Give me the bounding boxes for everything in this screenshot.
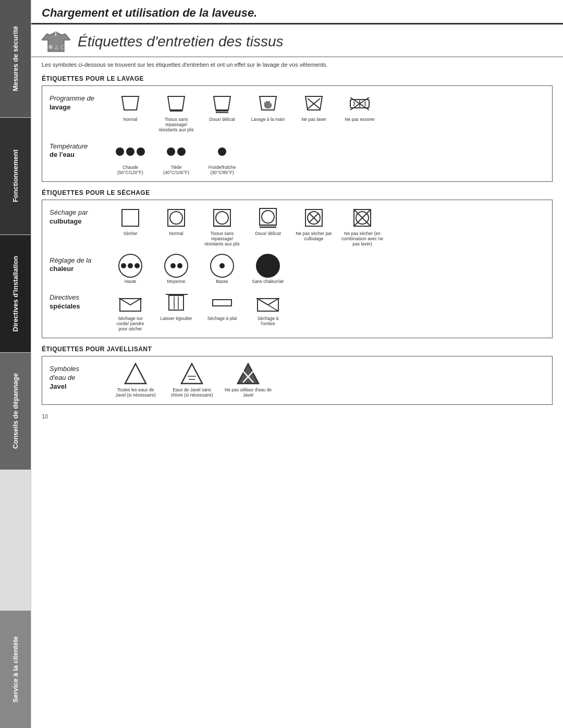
symbol-doux: Doux/ délicat: [204, 92, 240, 122]
no-tumble-label: Ne pas sécher par culbutage: [296, 231, 332, 241]
symbol-haute: Haute: [112, 254, 149, 284]
sidebar-section-mesures: Mesures de sécurité: [0, 0, 31, 118]
sechage-label: Séchage par culbutage: [50, 206, 112, 226]
sechage-row: Séchage par culbutage Sécher: [50, 206, 545, 247]
symbol-no-wash: Ne pas laver: [296, 92, 332, 122]
no-wring-label: Ne pas essorer: [345, 117, 375, 122]
egoutter-label: Laisser égoutter: [161, 316, 192, 321]
no-wash-label: Ne pas laver: [301, 117, 326, 122]
chaude-label: Chaude (50°C/120°F): [117, 165, 143, 175]
no-javel-label: Ne pas utilisez d'eau de Javel: [225, 387, 272, 398]
sechage-box: Séchage par culbutage Sécher: [42, 200, 553, 338]
fabric-care-icon: ⊠ △ ◯: [42, 30, 70, 53]
normal-icon: [120, 92, 141, 115]
svg-marker-41: [181, 364, 202, 384]
symbol-main: Lavage à la main: [250, 92, 286, 122]
main-icon: [258, 92, 278, 115]
secher-icon: [121, 206, 140, 229]
symbol-secher: Sécher: [112, 206, 149, 236]
sidebar: Mesures de sécurité Fonctionnement Direc…: [0, 0, 31, 728]
sans-chaleur-icon: [256, 254, 280, 277]
svg-text:◯: ◯: [61, 44, 66, 50]
dry-tissus-icon: [213, 206, 231, 229]
symbol-no-tumble: Ne pas sécher par culbutage: [296, 206, 332, 241]
tiede-label: Tiède (40°C/105°F): [163, 165, 189, 175]
sidebar-label-mesures: Mesures de sécurité: [9, 22, 21, 95]
temperature-row: Température de l'eau Chaude (50°C/120°F): [50, 140, 545, 175]
dry-normal-icon: [167, 206, 186, 229]
chaleur-row: Réglage de la chaleur: [50, 254, 545, 284]
moyenne-icon: [164, 254, 188, 277]
etiquettes-title: Étiquettes d'entretien des tissus: [78, 33, 283, 50]
page-number: 10: [31, 410, 563, 423]
sidebar-label-fonctionnement: Fonctionnement: [9, 145, 21, 206]
javel-label: Symboles d'eau de Javel: [50, 363, 112, 391]
sechage-header: ÉTIQUETTES POUR LE SÉCHAGE: [31, 187, 563, 199]
symbol-tissus: Tissus sans repassage/ résistants aux pl…: [158, 92, 194, 133]
page-header: Chargement et utilisation de la laveuse.: [31, 0, 563, 24]
directives-label: Directives spéciales: [50, 291, 112, 311]
toutes-eaux-label: Toutes les eaux de Javel (si nécessaire): [112, 387, 159, 398]
no-dry-combo-label: Ne pas sécher (en combinaison avec ne pa…: [341, 231, 383, 247]
javel-symbols: Toutes les eaux de Javel (si nécessaire)…: [112, 363, 272, 398]
svg-point-16: [170, 212, 182, 224]
plat-label: Séchage à plat: [207, 316, 237, 321]
haute-label: Haute: [125, 279, 137, 284]
symbol-egoutter: Laisser égoutter: [158, 291, 194, 321]
sidebar-section-directives: Directives d'installation: [0, 235, 31, 353]
basse-icon: [210, 254, 234, 277]
directives-row: Directives spéciales Séchage sur corde/ …: [50, 291, 545, 332]
symbol-no-javel: Ne pas utilisez d'eau de Javel: [225, 363, 272, 398]
symbol-basse: Basse: [204, 254, 240, 284]
chaleur-label: Réglage de la chaleur: [50, 254, 112, 274]
froide-icon: [218, 140, 226, 163]
sidebar-label-service: Service à la clientèle: [9, 632, 21, 707]
tiede-icon: [167, 140, 186, 163]
tissus-icon: [166, 92, 187, 115]
svg-text:△: △: [55, 44, 58, 50]
no-wring-icon: [348, 92, 371, 115]
lavage-box: Programme de lavage Normal: [42, 85, 553, 182]
symbol-dry-doux: Doux/ délicat: [250, 206, 286, 236]
normal-label: Normal: [123, 117, 137, 122]
doux-label: Doux/ délicat: [209, 117, 235, 122]
symbol-plat: Séchage à plat: [204, 291, 240, 321]
sidebar-section-conseils: Conseils de dépannage: [0, 353, 31, 471]
plat-icon: [211, 291, 234, 314]
chaleur-symbols: Haute Moyenne: [112, 254, 286, 284]
directives-symbols: Séchage sur corde/ pendre pour sécher La…: [112, 291, 286, 332]
section-title-area: ⊠ △ ◯ Étiquettes d'entretien des tissus: [31, 24, 563, 57]
no-javel-icon: [237, 363, 260, 386]
sidebar-section-empty: [0, 470, 31, 611]
symbol-froide: Froide/fraîche (30°C/85°F): [204, 140, 240, 175]
symbol-sans-chaleur: Sans chaleur/air: [250, 254, 286, 284]
symbol-sans-chlore: Eaux de Javel sans chlore (si nécessaire…: [168, 363, 215, 398]
dry-normal-label: Normal: [169, 231, 183, 236]
symbol-toutes-eaux: Toutes les eaux de Javel (si nécessaire): [112, 363, 159, 398]
javellisant-header: ÉTIQUETTES POUR JAVELLISANT: [31, 343, 563, 355]
symbol-corde: Séchage sur corde/ pendre pour sécher: [112, 291, 149, 332]
symbol-normal: Normal: [112, 92, 149, 122]
symbol-ombre: Séchage à l'ombre: [250, 291, 286, 326]
no-dry-combo-icon: [353, 206, 372, 229]
chaude-icon: [116, 140, 145, 163]
javellisant-box: Symboles d'eau de Javel Toutes les eaux …: [42, 356, 553, 404]
froide-label: Froide/fraîche (30°C/85°F): [209, 165, 236, 175]
lavage-header: ÉTIQUETTES POUR LE LAVAGE: [31, 73, 563, 84]
svg-rect-34: [169, 295, 183, 310]
sans-chaleur-label: Sans chaleur/air: [252, 279, 284, 284]
symbol-chaude: Chaude (50°C/120°F): [112, 140, 149, 175]
temperature-symbols: Chaude (50°C/120°F) Tiède (40°C/105°F): [112, 140, 240, 175]
symbol-no-dry-combo: Ne pas sécher (en combinaison avec ne pa…: [341, 206, 383, 247]
symbol-moyenne: Moyenne: [158, 254, 194, 284]
sechage-symbols: Sécher Normal: [112, 206, 383, 247]
symbol-tiede: Tiède (40°C/105°F): [158, 140, 194, 175]
symbol-dry-tissus: Tissus sans repassage/ résistants aux pl…: [204, 206, 240, 247]
secher-label: Sécher: [124, 231, 138, 236]
dry-doux-icon: [259, 206, 277, 229]
toutes-eaux-icon: [124, 363, 147, 386]
sans-chlore-label: Eaux de Javel sans chlore (si nécessaire…: [168, 387, 215, 398]
programme-label: Programme de lavage: [50, 92, 112, 112]
haute-icon: [118, 254, 142, 277]
corde-label: Séchage sur corde/ pendre pour sécher: [112, 316, 149, 332]
